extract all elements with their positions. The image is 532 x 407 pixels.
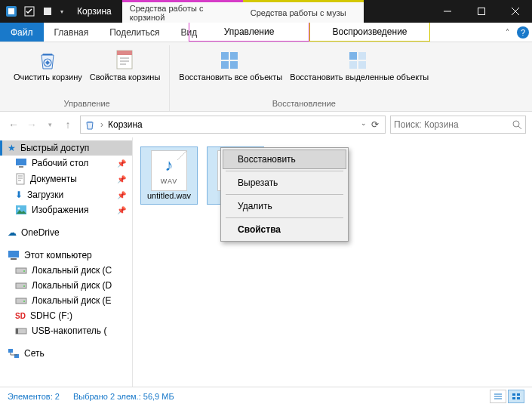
- collapse-ribbon-icon[interactable]: ˄: [501, 28, 514, 36]
- svg-rect-27: [16, 268, 26, 273]
- computer-icon: [8, 250, 20, 261]
- sidebar-thispc-label: Этот компьютер: [24, 250, 92, 261]
- sidebar-documents[interactable]: Документы 📌: [0, 171, 132, 187]
- sidebar-desktop[interactable]: Рабочий стол 📌: [0, 156, 132, 171]
- ribbon-tabs: Файл Главная Поделиться Вид Управление В…: [0, 23, 532, 42]
- address-chevron-icon[interactable]: ›: [100, 119, 103, 130]
- close-button[interactable]: [498, 0, 532, 23]
- svg-point-18: [513, 121, 519, 127]
- svg-rect-2: [44, 8, 51, 15]
- svg-rect-26: [11, 258, 17, 260]
- minimize-button[interactable]: [430, 0, 464, 23]
- sidebar-network[interactable]: Сеть: [0, 346, 132, 361]
- restore-all-button[interactable]: Восстановить все объекты: [176, 45, 285, 97]
- svg-rect-20: [16, 159, 26, 165]
- refresh-icon[interactable]: ⟳: [368, 119, 382, 130]
- maximize-button[interactable]: [464, 0, 498, 23]
- search-box[interactable]: [390, 116, 526, 134]
- menu-cut[interactable]: Вырезать: [223, 173, 346, 193]
- search-icon[interactable]: [512, 119, 522, 130]
- forward-button[interactable]: →: [24, 117, 39, 132]
- qat-dropdown-icon[interactable]: ▾: [57, 3, 66, 20]
- sidebar-downloads-label: Загрузки: [27, 190, 63, 200]
- sidebar-disk-e[interactable]: Локальный диск (E: [0, 293, 132, 308]
- ribbon: Очистить корзину Свойства корзины Управл…: [0, 42, 532, 112]
- menu-delete[interactable]: Удалить: [223, 196, 346, 216]
- contextual-tab-music[interactable]: Средства работы с музы: [243, 0, 364, 23]
- contextual-tab-recycle[interactable]: Средства работы с корзиной: [122, 0, 243, 23]
- pin-icon: 📌: [117, 191, 126, 199]
- status-item-count: Элементов: 2: [8, 392, 60, 401]
- tab-manage[interactable]: Управление: [189, 23, 309, 42]
- svg-point-32: [23, 301, 25, 302]
- recycle-props-label: Свойства корзины: [90, 72, 161, 82]
- quick-access-toolbar: ▾: [0, 0, 69, 23]
- sidebar-network-label: Сеть: [24, 348, 45, 359]
- icons-view-button[interactable]: [508, 390, 524, 403]
- file-name-label: untitled.wav: [147, 191, 191, 201]
- search-input[interactable]: [394, 119, 512, 130]
- context-menu: Восстановить Вырезать Удалить Свойства: [220, 147, 349, 242]
- app-icon[interactable]: [3, 3, 20, 20]
- svg-rect-12: [221, 61, 229, 69]
- address-location[interactable]: Корзина: [108, 119, 143, 130]
- qat-folder-icon[interactable]: [39, 3, 56, 20]
- recent-dropdown-icon[interactable]: ▾: [42, 117, 57, 132]
- back-button[interactable]: ←: [6, 117, 21, 132]
- empty-recycle-button[interactable]: Очистить корзину: [11, 45, 85, 97]
- status-bar: Элементов: 2 Выбрано 2 элем.: 56,9 МБ: [0, 387, 532, 405]
- svg-line-19: [518, 126, 521, 129]
- window-controls: [430, 0, 532, 23]
- file-item[interactable]: ♪ WAV untitled.wav: [140, 146, 198, 205]
- svg-rect-9: [117, 51, 132, 55]
- status-selection: Выбрано 2 элем.: 56,9 МБ: [73, 392, 174, 401]
- recycle-bin-icon: [35, 47, 60, 72]
- restore-selected-button[interactable]: Восстановить выделенные объекты: [287, 45, 432, 97]
- sidebar-desktop-label: Рабочий стол: [32, 158, 88, 168]
- tab-home[interactable]: Главная: [44, 23, 100, 42]
- navigation-bar: ← → ▾ ↑ › Корзина ⌄ ⟳: [0, 112, 532, 137]
- desktop-icon: [15, 158, 27, 168]
- menu-properties[interactable]: Свойства: [223, 220, 346, 239]
- sidebar-onedrive[interactable]: ☁ OneDrive: [0, 225, 132, 240]
- svg-rect-37: [512, 393, 515, 396]
- svg-rect-31: [16, 298, 26, 304]
- sidebar-disk-d[interactable]: Локальный диск (D: [0, 278, 132, 293]
- details-view-button[interactable]: [490, 390, 506, 403]
- sidebar-this-pc[interactable]: Этот компьютер: [0, 248, 132, 263]
- menu-separator: [226, 171, 343, 171]
- drive-icon: [15, 281, 27, 290]
- help-icon[interactable]: ?: [517, 26, 529, 39]
- sidebar-quick-access[interactable]: ★ Быстрый доступ: [0, 140, 132, 156]
- up-button[interactable]: ↑: [60, 117, 75, 132]
- tab-file[interactable]: Файл: [0, 23, 44, 42]
- empty-recycle-label: Очистить корзину: [14, 72, 82, 82]
- sidebar-disk-c[interactable]: Локальный диск (C: [0, 263, 132, 278]
- usb-icon: [15, 326, 27, 335]
- qat-checkbox-icon[interactable]: [21, 3, 38, 20]
- svg-rect-39: [512, 397, 515, 399]
- sidebar-pictures[interactable]: Изображения 📌: [0, 202, 132, 217]
- svg-rect-34: [16, 328, 18, 334]
- address-bar[interactable]: › Корзина ⌄ ⟳: [80, 116, 386, 134]
- address-history-icon[interactable]: ⌄: [361, 119, 367, 130]
- onedrive-icon: ☁: [8, 227, 17, 238]
- address-bin-icon: [84, 119, 96, 131]
- pin-icon: 📌: [117, 206, 126, 214]
- svg-rect-10: [221, 52, 229, 60]
- tab-playback[interactable]: Воспроизведение: [309, 23, 430, 42]
- recycle-props-button[interactable]: Свойства корзины: [87, 45, 164, 97]
- sidebar-diskc-label: Локальный диск (C: [32, 265, 112, 276]
- sidebar-sdhc[interactable]: SD SDHC (F:): [0, 308, 132, 323]
- tab-share[interactable]: Поделиться: [99, 23, 170, 42]
- svg-rect-22: [17, 174, 24, 184]
- svg-rect-17: [358, 61, 366, 69]
- menu-restore[interactable]: Восстановить: [223, 150, 346, 169]
- sidebar-downloads[interactable]: ⬇ Загрузки 📌: [0, 187, 132, 202]
- sidebar-sdhc-label: SDHC (F:): [30, 310, 72, 321]
- ribbon-group-restore: Восстановить все объекты Восстановить вы…: [170, 45, 438, 111]
- pictures-icon: [15, 205, 27, 215]
- svg-rect-35: [8, 349, 13, 353]
- svg-rect-13: [230, 61, 238, 69]
- sidebar-usb[interactable]: USB-накопитель (: [0, 323, 132, 338]
